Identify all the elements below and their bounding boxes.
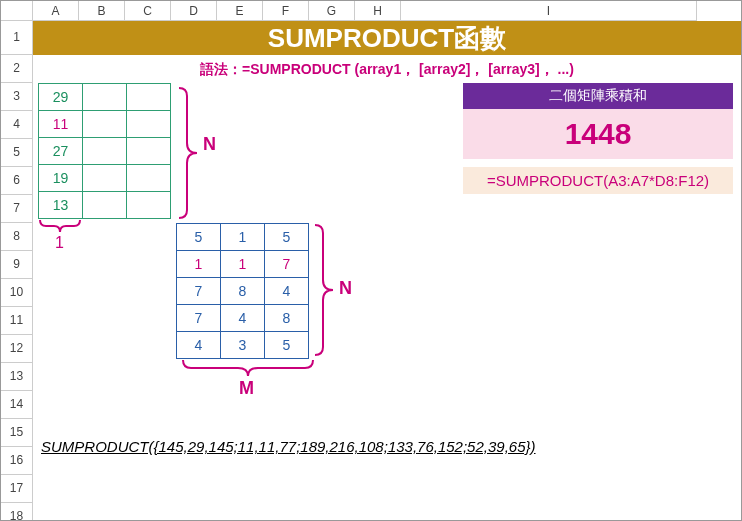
t2-r3c1[interactable]: 4 <box>221 305 265 332</box>
result-formula[interactable]: =SUMPRODUCT(A3:A7*D8:F12) <box>463 167 733 194</box>
row-8[interactable]: 8 <box>1 223 33 251</box>
t2-r2c1[interactable]: 8 <box>221 278 265 305</box>
result-value[interactable]: 1448 <box>463 109 733 159</box>
row-17[interactable]: 17 <box>1 475 33 503</box>
t1-r0c2[interactable] <box>127 84 171 111</box>
row-2[interactable]: 2 <box>1 55 33 83</box>
row-13[interactable]: 13 <box>1 363 33 391</box>
t2-r0c1[interactable]: 1 <box>221 224 265 251</box>
t1-r3c2[interactable] <box>127 165 171 192</box>
t1-r3c1[interactable] <box>83 165 127 192</box>
t2-r1c0[interactable]: 1 <box>177 251 221 278</box>
expanded-formula[interactable]: SUMPRODUCT({145,29,145;11,11,77;189,216,… <box>41 437 421 457</box>
col-G[interactable]: G <box>309 1 355 21</box>
spreadsheet-view: A B C D E F G H I 1 2 3 4 5 6 7 8 9 10 1… <box>0 0 742 521</box>
grid-content: SUMPRODUCT函數 語法：=SUMPRODUCT (array1， [ar… <box>33 21 741 520</box>
t2-r4c0[interactable]: 4 <box>177 332 221 359</box>
row-5[interactable]: 5 <box>1 139 33 167</box>
t1-r4c0[interactable]: 13 <box>39 192 83 219</box>
t2-r0c2[interactable]: 5 <box>265 224 309 251</box>
t1-r2c1[interactable] <box>83 138 127 165</box>
title-band: SUMPRODUCT函數 <box>33 21 741 55</box>
t1-r0c0[interactable]: 29 <box>39 84 83 111</box>
t1-r3c0[interactable]: 19 <box>39 165 83 192</box>
row-12[interactable]: 12 <box>1 335 33 363</box>
t2-r1c2[interactable]: 7 <box>265 251 309 278</box>
row-7[interactable]: 7 <box>1 195 33 223</box>
t1-r1c0[interactable]: 11 <box>39 111 83 138</box>
t2-r3c0[interactable]: 7 <box>177 305 221 332</box>
col-D[interactable]: D <box>171 1 217 21</box>
row-headers: 1 2 3 4 5 6 7 8 9 10 11 12 13 14 15 16 1… <box>1 21 33 521</box>
t2-r2c0[interactable]: 7 <box>177 278 221 305</box>
col-F[interactable]: F <box>263 1 309 21</box>
brace-n1-icon <box>177 86 199 225</box>
row-1[interactable]: 1 <box>1 21 33 55</box>
row-10[interactable]: 10 <box>1 279 33 307</box>
col-E[interactable]: E <box>217 1 263 21</box>
t2-r1c1[interactable]: 1 <box>221 251 265 278</box>
brace-n1-label: N <box>203 134 216 155</box>
row-3[interactable]: 3 <box>1 83 33 111</box>
brace-n2-label: N <box>339 278 352 299</box>
t2-r4c2[interactable]: 5 <box>265 332 309 359</box>
result-heading: 二個矩陣乘積和 <box>463 83 733 109</box>
t1-r2c2[interactable] <box>127 138 171 165</box>
row-15[interactable]: 15 <box>1 419 33 447</box>
t1-r4c2[interactable] <box>127 192 171 219</box>
row-4[interactable]: 4 <box>1 111 33 139</box>
row-16[interactable]: 16 <box>1 447 33 475</box>
col-B[interactable]: B <box>79 1 125 21</box>
t2-r2c2[interactable]: 4 <box>265 278 309 305</box>
t1-r4c1[interactable] <box>83 192 127 219</box>
matrix-2: 515 117 784 748 435 <box>176 223 309 359</box>
t2-r3c2[interactable]: 8 <box>265 305 309 332</box>
syntax-text: 語法：=SUMPRODUCT (array1， [array2]， [array… <box>33 55 741 83</box>
col-I[interactable]: I <box>401 1 697 21</box>
matrix-1: 29 11 27 19 13 <box>38 83 171 219</box>
t1-r1c1[interactable] <box>83 111 127 138</box>
row-14[interactable]: 14 <box>1 391 33 419</box>
corner-cell[interactable] <box>1 1 33 21</box>
t1-r0c1[interactable] <box>83 84 127 111</box>
col-A[interactable]: A <box>33 1 79 21</box>
brace-n2-icon <box>313 223 335 362</box>
result-panel: 二個矩陣乘積和 1448 =SUMPRODUCT(A3:A7*D8:F12) <box>463 83 733 194</box>
row-6[interactable]: 6 <box>1 167 33 195</box>
column-headers: A B C D E F G H I <box>1 1 741 21</box>
row-11[interactable]: 11 <box>1 307 33 335</box>
row-18[interactable]: 18 <box>1 503 33 521</box>
row-9[interactable]: 9 <box>1 251 33 279</box>
t1-r2c0[interactable]: 27 <box>39 138 83 165</box>
brace-1-label: 1 <box>55 234 64 252</box>
col-C[interactable]: C <box>125 1 171 21</box>
t2-r0c0[interactable]: 5 <box>177 224 221 251</box>
t1-r1c2[interactable] <box>127 111 171 138</box>
t2-r4c1[interactable]: 3 <box>221 332 265 359</box>
brace-m-label: M <box>239 378 254 399</box>
col-H[interactable]: H <box>355 1 401 21</box>
